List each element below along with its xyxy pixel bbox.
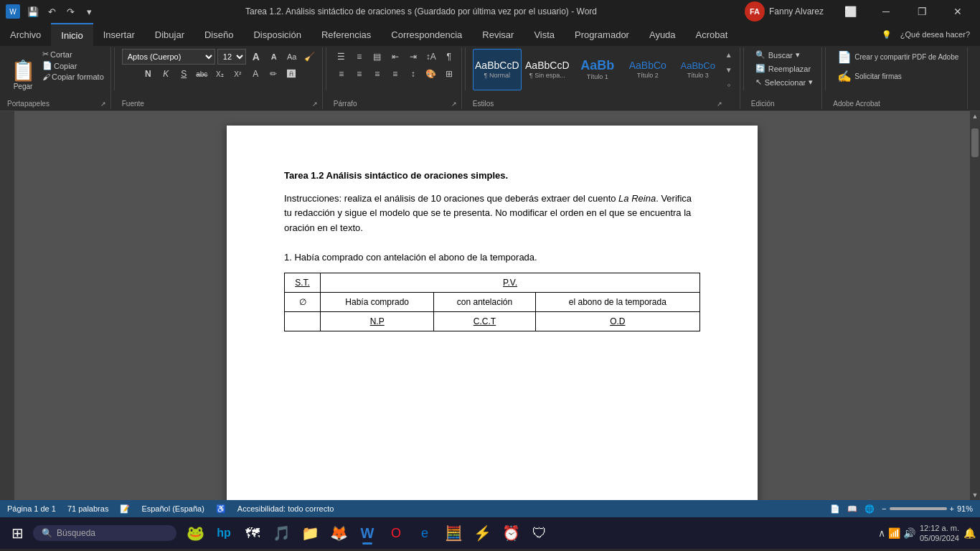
taskbar-music[interactable]: 🎵 bbox=[268, 520, 294, 546]
cut-button[interactable]: ✂ Cortar bbox=[40, 49, 106, 60]
volume-icon[interactable]: 🔊 bbox=[903, 527, 915, 539]
start-button[interactable]: ⊞ bbox=[4, 520, 30, 546]
style-titulo3[interactable]: AaBbCo Título 3 bbox=[674, 49, 722, 90]
redo-quick-btn[interactable]: ↷ bbox=[62, 3, 79, 20]
fuente-expand-icon[interactable]: ↗ bbox=[312, 100, 318, 108]
style-titulo1[interactable]: AaBb Título 1 bbox=[573, 49, 622, 90]
tab-correspondencia[interactable]: Correspondencia bbox=[381, 23, 472, 46]
justify-btn[interactable]: ≡ bbox=[387, 66, 403, 82]
tab-dibujar[interactable]: Dibujar bbox=[145, 23, 194, 46]
zoom-control[interactable]: − + 91% bbox=[882, 504, 973, 513]
font-name-select[interactable]: Aptos (Cuerpo) bbox=[122, 49, 215, 65]
select-button[interactable]: ↖ Seleccionar ▾ bbox=[751, 76, 817, 88]
scroll-thumb[interactable] bbox=[971, 128, 979, 157]
superscript-button[interactable]: X² bbox=[230, 66, 245, 82]
tab-archivo[interactable]: Archivo bbox=[0, 23, 51, 46]
underline-button[interactable]: S bbox=[176, 66, 192, 82]
tab-acrobat[interactable]: Acrobat bbox=[686, 23, 738, 46]
restore-btn[interactable]: ❐ bbox=[905, 0, 938, 23]
show-hidden-icon[interactable]: ∧ bbox=[878, 527, 885, 539]
paste-button[interactable]: 📋 Pegar bbox=[7, 49, 39, 100]
font-color-btn[interactable]: A bbox=[248, 66, 263, 82]
right-scrollbar[interactable]: ▲ ▼ bbox=[970, 111, 980, 500]
align-center-btn[interactable]: ≡ bbox=[352, 66, 367, 82]
close-btn[interactable]: ✕ bbox=[941, 0, 974, 23]
view-print-btn[interactable]: 📄 bbox=[830, 504, 840, 514]
create-pdf-button[interactable]: 📄 Crear y compartir PDF de Adobe bbox=[833, 49, 963, 65]
zoom-slider[interactable] bbox=[890, 507, 947, 510]
clear-format-btn[interactable]: 🧹 bbox=[302, 49, 318, 65]
taskbar-maps[interactable]: 🗺 bbox=[240, 520, 265, 546]
bullets-btn[interactable]: ☰ bbox=[334, 49, 349, 65]
styles-expand-btn[interactable]: ⬦ bbox=[726, 80, 732, 89]
taskbar-search[interactable]: 🔍 Búsqueda bbox=[33, 525, 176, 541]
font-shrink-btn[interactable]: A bbox=[266, 49, 282, 65]
copy-button[interactable]: 📄 Copiar bbox=[40, 60, 106, 71]
align-right-btn[interactable]: ≡ bbox=[369, 66, 385, 82]
parrafo-expand-icon[interactable]: ↗ bbox=[451, 100, 457, 108]
user-avatar[interactable]: FA bbox=[745, 1, 765, 22]
tab-diseño[interactable]: Diseño bbox=[194, 23, 243, 46]
tab-inicio[interactable]: Inicio bbox=[51, 23, 93, 46]
strikethrough-button[interactable]: abc bbox=[194, 66, 209, 82]
taskbar-power[interactable]: ⚡ bbox=[469, 520, 495, 546]
style-normal[interactable]: AaBbCcD ¶ Normal bbox=[473, 49, 522, 90]
taskbar-shield[interactable]: 🛡 bbox=[527, 520, 552, 546]
taskbar-hp[interactable]: hp bbox=[211, 520, 237, 546]
align-left-btn[interactable]: ≡ bbox=[334, 66, 349, 82]
styles-scroll-down[interactable]: ▼ bbox=[725, 65, 733, 75]
style-sin-espacio[interactable]: AaBbCcD ¶ Sin espa... bbox=[523, 49, 572, 90]
taskbar-calc[interactable]: 🧮 bbox=[440, 520, 466, 546]
italic-button[interactable]: K bbox=[158, 66, 174, 82]
subscript-button[interactable]: X₂ bbox=[212, 66, 227, 82]
font-grow-btn[interactable]: A bbox=[248, 49, 264, 65]
styles-scroll-up[interactable]: ▲ bbox=[725, 50, 733, 60]
customize-quick-btn[interactable]: ▾ bbox=[80, 3, 98, 20]
estilos-expand-icon[interactable]: ↗ bbox=[717, 100, 722, 108]
taskbar-explorer[interactable]: 📁 bbox=[297, 520, 323, 546]
save-quick-btn[interactable]: 💾 bbox=[24, 3, 42, 20]
what-to-do-btn[interactable]: ¿Qué desea hacer? bbox=[896, 29, 974, 40]
bold-button[interactable]: N bbox=[140, 66, 156, 82]
find-button[interactable]: 🔍 Buscar ▾ bbox=[751, 49, 804, 61]
tab-insertar[interactable]: Insertar bbox=[93, 23, 145, 46]
scroll-track[interactable] bbox=[970, 121, 980, 490]
zoom-out-btn[interactable]: − bbox=[882, 504, 886, 513]
portapapeles-expand-icon[interactable]: ↗ bbox=[100, 100, 106, 108]
view-read-btn[interactable]: 📖 bbox=[847, 504, 857, 514]
numbered-list-btn[interactable]: ≡ bbox=[352, 49, 367, 65]
font-bg-btn[interactable]: 🅰 bbox=[283, 66, 299, 82]
borders-btn[interactable]: ⊞ bbox=[441, 66, 457, 82]
tab-ayuda[interactable]: Ayuda bbox=[639, 23, 686, 46]
line-spacing-btn[interactable]: ↕ bbox=[405, 66, 421, 82]
accessibility-label[interactable]: Accesibilidad: todo correcto bbox=[237, 504, 334, 513]
time-display[interactable]: 12:12 a. m. 05/09/2024 bbox=[920, 523, 959, 544]
taskbar-word[interactable]: W bbox=[354, 520, 380, 546]
replace-button[interactable]: 🔄 Reemplazar bbox=[751, 62, 815, 75]
language-label[interactable]: Español (España) bbox=[141, 504, 204, 513]
tab-programador[interactable]: Programador bbox=[565, 23, 639, 46]
sort-btn[interactable]: ↕A bbox=[423, 49, 439, 65]
view-web-btn[interactable]: 🌐 bbox=[864, 504, 875, 514]
show-formatting-btn[interactable]: ¶ bbox=[441, 49, 457, 65]
request-sigs-button[interactable]: ✍ Solicitar firmas bbox=[833, 68, 906, 85]
lightbulb-btn[interactable]: 💡 bbox=[877, 29, 896, 41]
scroll-up-btn[interactable]: ▲ bbox=[970, 111, 980, 121]
format-painter-button[interactable]: 🖌 Copiar formato bbox=[40, 72, 106, 82]
scroll-down-btn[interactable]: ▼ bbox=[970, 490, 980, 500]
decrease-indent-btn[interactable]: ⇤ bbox=[387, 49, 403, 65]
multilevel-list-btn[interactable]: ▤ bbox=[369, 49, 385, 65]
ribbon-toggle-btn[interactable]: ⬜ bbox=[834, 0, 867, 23]
increase-indent-btn[interactable]: ⇥ bbox=[405, 49, 421, 65]
taskbar-firefox[interactable]: 🦊 bbox=[326, 520, 352, 546]
taskbar-frog[interactable]: 🐸 bbox=[182, 520, 208, 546]
notification-icon[interactable]: 🔔 bbox=[963, 527, 976, 539]
shading-btn[interactable]: 🎨 bbox=[423, 66, 439, 82]
taskbar-clock[interactable]: ⏰ bbox=[498, 520, 524, 546]
taskbar-opera[interactable]: O bbox=[383, 520, 409, 546]
minimize-btn[interactable]: ─ bbox=[870, 0, 903, 23]
undo-quick-btn[interactable]: ↶ bbox=[43, 3, 60, 20]
style-titulo2[interactable]: AaBbCo Título 2 bbox=[623, 49, 672, 90]
highlight-btn[interactable]: ✏ bbox=[265, 66, 281, 82]
tab-disposicion[interactable]: Disposición bbox=[243, 23, 311, 46]
